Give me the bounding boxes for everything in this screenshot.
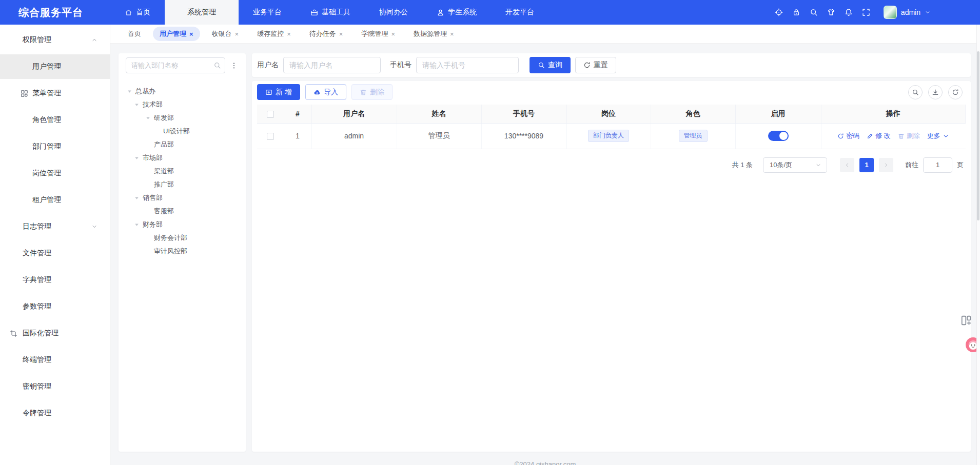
tab-close-icon[interactable]: × xyxy=(235,31,239,37)
delete-button[interactable]: 删除 xyxy=(351,84,393,100)
goto-label: 前往 xyxy=(905,160,918,170)
sidebar-item[interactable]: 岗位管理 xyxy=(0,161,110,186)
table-header-row: #用户名姓名手机号岗位角色启用操作 xyxy=(257,105,966,123)
tab-close-icon[interactable]: × xyxy=(450,31,454,37)
caret-down-icon[interactable] xyxy=(127,89,135,94)
sidebar: 权限管理 用户管理 菜单管理 角色管理 部门管理 岗位管理 xyxy=(0,25,110,465)
nav-item[interactable]: 业务平台 xyxy=(239,0,296,25)
page-tab[interactable]: 待办任务 × xyxy=(303,27,350,41)
page-tab[interactable]: 学院管理 × xyxy=(355,27,402,41)
sidebar-item[interactable]: 角色管理 xyxy=(0,108,110,132)
download-icon[interactable] xyxy=(928,85,943,99)
nav-item[interactable]: 基础工具 xyxy=(296,0,365,25)
tree-more-icon[interactable] xyxy=(229,60,239,71)
sidebar-item[interactable]: 终端管理 xyxy=(0,348,110,372)
caret-down-icon[interactable] xyxy=(134,222,143,228)
tree-node[interactable]: 财务部 xyxy=(126,218,239,231)
sidebar-item[interactable]: 权限管理 xyxy=(0,28,110,52)
reset-button[interactable]: 重置 xyxy=(575,57,616,73)
sidebar-item[interactable]: 参数管理 xyxy=(0,294,110,319)
caret-down-icon[interactable] xyxy=(145,115,154,121)
current-page[interactable]: 1 xyxy=(859,158,874,172)
caret-down-icon[interactable] xyxy=(134,155,143,161)
page-tab[interactable]: 数据源管理 × xyxy=(407,27,461,41)
tree-node[interactable]: 销售部 xyxy=(126,191,239,205)
sidebar-item[interactable]: 用户管理 xyxy=(0,54,110,79)
grid-icon xyxy=(21,90,28,97)
tree-node[interactable]: 研发部 xyxy=(126,111,239,125)
query-button[interactable]: 查询 xyxy=(530,57,571,73)
nav-item[interactable]: 系统管理 xyxy=(165,0,239,25)
import-button[interactable]: 导入 xyxy=(305,84,346,100)
nav-item[interactable]: 学生系统 xyxy=(422,0,491,25)
tree-node[interactable]: 推广部 xyxy=(126,178,239,191)
post-tag: 部门负责人 xyxy=(588,130,629,142)
refresh-icon xyxy=(583,62,591,69)
user-menu[interactable]: admin xyxy=(884,6,931,19)
sidebar-item[interactable]: 国际化管理 xyxy=(0,321,110,346)
column-header: 启用 xyxy=(735,105,821,123)
sidebar-item[interactable]: 密钥管理 xyxy=(0,374,110,399)
tree-node[interactable]: 渠道部 xyxy=(126,165,239,178)
op-link[interactable]: 删除 xyxy=(898,131,920,140)
sidebar-item[interactable]: 文件管理 xyxy=(0,241,110,266)
scrollbar-thumb[interactable] xyxy=(977,51,979,220)
sidebar-item[interactable]: 租户管理 xyxy=(0,188,110,212)
tree-node[interactable]: 客服部 xyxy=(126,205,239,218)
nav-item[interactable]: 协同办公 xyxy=(365,0,422,25)
page-tab[interactable]: 用户管理 × xyxy=(153,27,200,41)
content-area: 总裁办 技术部 研发部 UI设计部 产品部 xyxy=(110,44,980,452)
page-tab[interactable]: 首页 × xyxy=(121,27,148,41)
enable-toggle[interactable] xyxy=(768,131,789,141)
tab-close-icon[interactable]: × xyxy=(391,31,395,37)
search-icon[interactable] xyxy=(908,85,923,99)
nav-item[interactable]: 首页 xyxy=(110,0,165,25)
sidebar-item[interactable]: 字典管理 xyxy=(0,268,110,292)
search-icon[interactable] xyxy=(809,8,819,16)
sidebar-item[interactable]: 菜单管理 xyxy=(0,81,110,106)
username-input[interactable] xyxy=(283,57,381,73)
tree-node[interactable]: 总裁办 xyxy=(126,85,239,98)
prev-page-button[interactable] xyxy=(840,158,854,172)
caret-down-icon[interactable] xyxy=(134,102,143,108)
search-icon xyxy=(538,62,545,69)
tree-node[interactable]: 产品部 xyxy=(126,138,239,151)
tree-node[interactable]: 审计风控部 xyxy=(126,245,239,258)
tree-node[interactable]: 市场部 xyxy=(126,151,239,165)
op-link[interactable]: 修 改 xyxy=(867,131,891,140)
chevron-down-icon xyxy=(815,162,821,168)
select-all-checkbox[interactable] xyxy=(267,111,274,118)
sidebar-item[interactable]: 部门管理 xyxy=(0,134,110,159)
bell-icon[interactable] xyxy=(844,8,854,16)
caret-down-icon[interactable] xyxy=(134,195,143,201)
op-link[interactable]: 更多 xyxy=(927,131,949,140)
op-link[interactable]: 密码 xyxy=(837,131,859,140)
page-size-select[interactable]: 10条/页 xyxy=(763,157,827,173)
sidebar-item[interactable]: 令牌管理 xyxy=(0,401,110,426)
refresh-icon[interactable] xyxy=(948,85,963,99)
nav-item[interactable]: 开发平台 xyxy=(491,0,548,25)
widget-float-button[interactable] xyxy=(961,315,972,326)
fullscreen-icon[interactable] xyxy=(861,8,871,16)
tab-close-icon[interactable]: × xyxy=(339,31,343,37)
sidebar-item[interactable]: 日志管理 xyxy=(0,214,110,239)
scrollbar-track[interactable] xyxy=(976,25,980,465)
lock-icon[interactable] xyxy=(791,8,801,16)
next-page-button[interactable] xyxy=(879,158,893,172)
cell-phone: 130****9089 xyxy=(481,123,566,149)
tree-node[interactable]: 财务会计部 xyxy=(126,231,239,245)
page-tab[interactable]: 收银台 × xyxy=(205,27,246,41)
row-checkbox[interactable] xyxy=(267,133,274,140)
shirt-icon[interactable] xyxy=(826,8,836,16)
locate-icon[interactable] xyxy=(774,8,784,16)
department-search-input[interactable] xyxy=(126,57,225,73)
add-button[interactable]: 新 增 xyxy=(257,84,300,100)
goto-page-input[interactable] xyxy=(923,157,952,173)
tab-close-icon[interactable]: × xyxy=(287,31,291,37)
tree-node[interactable]: UI设计部 xyxy=(126,125,239,138)
tab-close-icon[interactable]: × xyxy=(189,31,193,37)
tree-node[interactable]: 技术部 xyxy=(126,98,239,111)
cloud-upload-icon xyxy=(313,89,321,96)
page-tab[interactable]: 缓存监控 × xyxy=(250,27,298,41)
phone-input[interactable] xyxy=(416,57,519,73)
